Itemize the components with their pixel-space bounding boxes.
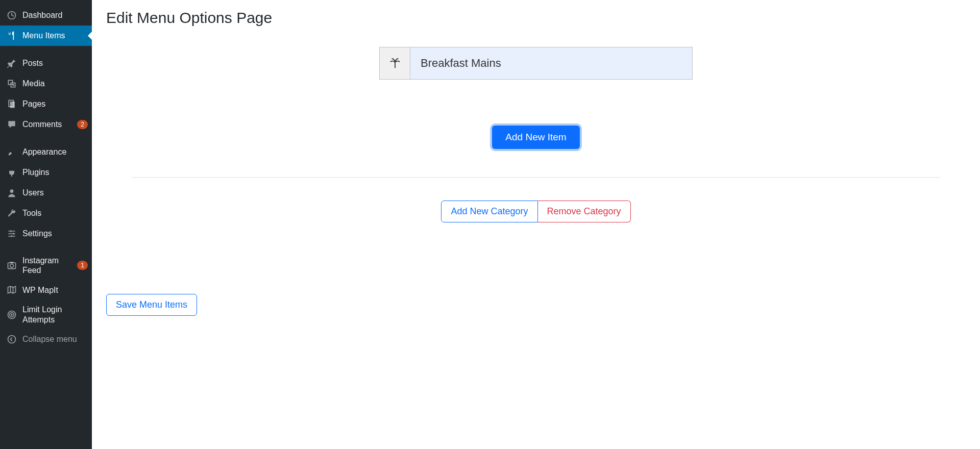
sidebar-separator bbox=[0, 244, 92, 251]
collapse-icon bbox=[6, 334, 17, 345]
svg-point-6 bbox=[13, 233, 14, 234]
media-icon bbox=[6, 78, 17, 89]
svg-point-13 bbox=[11, 314, 12, 315]
sidebar-item-wp-mapit[interactable]: WP MapIt bbox=[0, 280, 92, 300]
fingerprint-icon bbox=[6, 309, 17, 320]
save-menu-items-button[interactable]: Save Menu Items bbox=[106, 294, 197, 316]
sidebar-item-comments[interactable]: Comments2 bbox=[0, 114, 92, 135]
sidebar-item-label: Media bbox=[22, 79, 88, 88]
svg-point-1 bbox=[13, 84, 14, 86]
sidebar-item-limit-login-attempts[interactable]: Limit Login Attempts bbox=[0, 300, 92, 329]
sidebar-item-plugins[interactable]: Plugins bbox=[0, 162, 92, 183]
dashboard-icon bbox=[6, 10, 17, 21]
category-button-group: Add New Category Remove Category bbox=[441, 201, 630, 222]
page-title: Edit Menu Options Page bbox=[106, 9, 966, 27]
user-icon bbox=[6, 187, 17, 198]
category-icon-box[interactable] bbox=[380, 47, 410, 79]
sidebar-badge: 1 bbox=[77, 261, 88, 270]
svg-rect-10 bbox=[10, 262, 14, 264]
svg-point-5 bbox=[10, 230, 12, 232]
save-row: Save Menu Items bbox=[106, 294, 966, 316]
sidebar-item-label: Comments bbox=[22, 119, 74, 129]
comments-icon bbox=[6, 119, 17, 130]
sidebar-item-label: Instagram Feed bbox=[22, 256, 74, 275]
sidebar-item-label: Plugins bbox=[22, 167, 88, 177]
sidebar-item-label: Settings bbox=[22, 229, 88, 238]
sidebar-item-users[interactable]: Users bbox=[0, 183, 92, 203]
category-row bbox=[106, 47, 966, 80]
sidebar-item-dashboard[interactable]: Dashboard bbox=[0, 5, 92, 26]
sidebar-item-instagram-feed[interactable]: Instagram Feed1 bbox=[0, 251, 92, 280]
sidebar-separator bbox=[0, 135, 92, 142]
sidebar-item-label: Tools bbox=[22, 208, 88, 218]
sidebar-item-label: Appearance bbox=[22, 147, 88, 157]
category-name-input[interactable] bbox=[410, 47, 692, 79]
sidebar-badge: 2 bbox=[77, 120, 88, 129]
sidebar-item-appearance[interactable]: Appearance bbox=[0, 142, 92, 162]
sidebar-item-pages[interactable]: Pages bbox=[0, 94, 92, 114]
category-input-group bbox=[379, 47, 693, 80]
sidebar-item-label: Dashboard bbox=[22, 10, 88, 20]
add-new-category-button[interactable]: Add New Category bbox=[441, 201, 537, 222]
svg-point-7 bbox=[11, 235, 12, 237]
sidebar-item-label: WP MapIt bbox=[22, 285, 88, 295]
map-icon bbox=[6, 284, 17, 295]
sidebar-item-collapse-menu[interactable]: Collapse menu bbox=[0, 329, 92, 350]
svg-point-4 bbox=[10, 189, 14, 193]
add-item-row: Add New Item bbox=[106, 126, 966, 149]
sidebar-item-label: Menu Items bbox=[22, 31, 88, 40]
admin-sidebar: DashboardMenu ItemsPostsMediaPagesCommen… bbox=[0, 0, 92, 449]
sidebar-item-tools[interactable]: Tools bbox=[0, 203, 92, 223]
section-divider bbox=[132, 177, 940, 178]
svg-point-9 bbox=[10, 264, 14, 268]
palm-icon bbox=[389, 58, 401, 69]
sidebar-item-settings[interactable]: Settings bbox=[0, 223, 92, 244]
add-new-item-button[interactable]: Add New Item bbox=[492, 126, 579, 149]
sidebar-item-label: Collapse menu bbox=[22, 334, 88, 344]
sidebar-separator bbox=[0, 46, 92, 53]
main-content: Edit Menu Options Page Add New Item bbox=[92, 0, 980, 449]
wrench-icon bbox=[6, 208, 17, 219]
remove-category-button[interactable]: Remove Category bbox=[538, 201, 631, 222]
sidebar-item-label: Pages bbox=[22, 99, 88, 109]
sidebar-item-media[interactable]: Media bbox=[0, 73, 92, 94]
camera-icon bbox=[6, 260, 17, 271]
sidebar-item-label: Limit Login Attempts bbox=[22, 305, 88, 324]
svg-rect-3 bbox=[10, 102, 15, 108]
plug-icon bbox=[6, 167, 17, 178]
sidebar-item-label: Users bbox=[22, 188, 88, 197]
brush-icon bbox=[6, 146, 17, 158]
svg-point-14 bbox=[8, 335, 16, 343]
sidebar-item-menu-items[interactable]: Menu Items bbox=[0, 26, 92, 46]
sidebar-item-label: Posts bbox=[22, 58, 88, 68]
utensils-icon bbox=[6, 30, 17, 41]
sliders-icon bbox=[6, 228, 17, 239]
pin-icon bbox=[6, 58, 17, 69]
sidebar-item-posts[interactable]: Posts bbox=[0, 53, 92, 73]
pages-icon bbox=[6, 98, 17, 110]
category-buttons-row: Add New Category Remove Category bbox=[106, 201, 966, 222]
